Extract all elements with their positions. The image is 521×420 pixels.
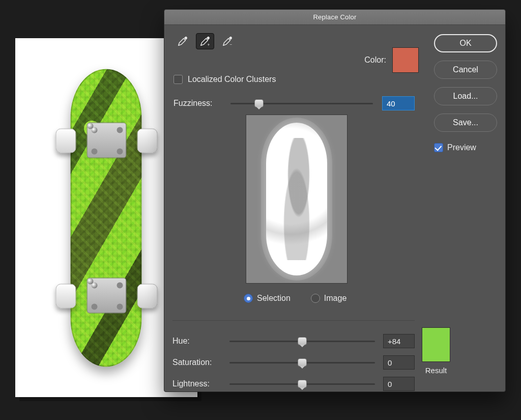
fuzziness-input[interactable]: 40 (382, 96, 415, 110)
svg-text:+: + (208, 43, 210, 47)
hue-value: +84 (388, 337, 400, 346)
dialog-sidebar: OK Cancel Load... Save... Preview (434, 34, 497, 152)
dialog-titlebar[interactable]: Replace Color (164, 10, 505, 25)
cancel-button[interactable]: Cancel (434, 61, 497, 79)
saturation-row: Saturation: 0 (172, 352, 415, 373)
divider (172, 320, 415, 321)
load-label: Load... (453, 92, 478, 101)
save-button[interactable]: Save... (434, 114, 497, 132)
localized-label: Localized Color Clusters (188, 75, 276, 84)
lightness-label: Lightness: (172, 379, 229, 388)
wheel (55, 128, 76, 153)
radio-selection-label: Selection (257, 294, 291, 303)
eyedropper-icon (177, 36, 188, 47)
truck-plate (86, 122, 126, 158)
lightness-value: 0 (388, 380, 392, 388)
ok-button[interactable]: OK (434, 34, 497, 52)
source-color-swatch[interactable] (392, 47, 419, 73)
truck-top (58, 122, 155, 158)
fuzziness-label: Fuzziness: (173, 99, 230, 108)
lightness-thumb[interactable] (298, 380, 307, 388)
eyedropper-tools: + − (173, 33, 237, 49)
hue-label: Hue: (172, 337, 229, 346)
wheel (55, 284, 76, 308)
load-button[interactable]: Load... (434, 87, 497, 105)
result-label: Result (421, 366, 451, 375)
fuzziness-slider[interactable] (230, 103, 373, 104)
eyedropper-add-icon: + (199, 36, 211, 47)
saturation-slider[interactable] (229, 362, 375, 363)
lightness-row: Lightness: 0 (172, 373, 415, 395)
fuzziness-row: Fuzziness: 40 (173, 96, 415, 110)
radio-dot-icon (311, 294, 320, 303)
dialog-title: Replace Color (313, 13, 357, 21)
eyedropper-tool[interactable] (173, 33, 192, 49)
preview-label: Preview (447, 143, 476, 152)
localized-checkbox[interactable] (173, 75, 183, 84)
eyedropper-subtract-icon: − (222, 36, 233, 47)
radio-image[interactable]: Image (311, 294, 346, 303)
cancel-label: Cancel (453, 65, 478, 74)
saturation-value: 0 (388, 358, 392, 367)
saturation-label: Saturation: (172, 358, 229, 367)
saturation-thumb[interactable] (298, 358, 307, 367)
eyedropper-subtract-tool[interactable]: − (218, 33, 237, 49)
result-column: Result (415, 327, 451, 375)
eyedropper-add-tool[interactable]: + (196, 33, 214, 49)
wheel (137, 284, 157, 308)
radio-selection[interactable]: Selection (244, 294, 291, 303)
truck-plate (86, 277, 126, 313)
preview-checkbox[interactable] (434, 143, 443, 152)
wheel (137, 128, 157, 153)
saturation-input[interactable]: 0 (383, 355, 415, 370)
fuzziness-thumb[interactable] (254, 99, 264, 107)
result-color-swatch[interactable] (422, 327, 450, 362)
color-label: Color: (364, 55, 386, 65)
skateboard-graphic (60, 69, 154, 367)
selection-preview[interactable] (246, 115, 348, 284)
selection-mask (266, 123, 327, 275)
preview-row: Preview (434, 143, 497, 152)
ok-label: OK (459, 39, 471, 48)
radio-dot-icon (244, 294, 253, 303)
preview-mode-radios: Selection Image (244, 294, 346, 303)
fuzziness-value: 40 (387, 99, 395, 108)
radio-image-label: Image (324, 294, 346, 303)
lightness-input[interactable]: 0 (383, 377, 415, 391)
save-label: Save... (453, 118, 478, 127)
skateboard-deck (71, 69, 142, 367)
localized-row: Localized Color Clusters (173, 75, 276, 84)
hue-thumb[interactable] (298, 337, 307, 345)
replace-color-dialog: Replace Color + − (164, 9, 506, 392)
dialog-body: + − Color: OK Cancel Load... Save... (164, 25, 505, 391)
lightness-slider[interactable] (229, 383, 375, 385)
color-row: Color: (364, 47, 419, 73)
hue-input[interactable]: +84 (383, 334, 415, 348)
hue-row: Hue: +84 (172, 330, 415, 352)
hue-slider[interactable] (229, 341, 375, 342)
svg-text:−: − (230, 42, 233, 47)
hsl-sliders: Hue: +84 Saturation: 0 Lightness: 0 (172, 330, 415, 395)
truck-bottom (58, 277, 155, 313)
